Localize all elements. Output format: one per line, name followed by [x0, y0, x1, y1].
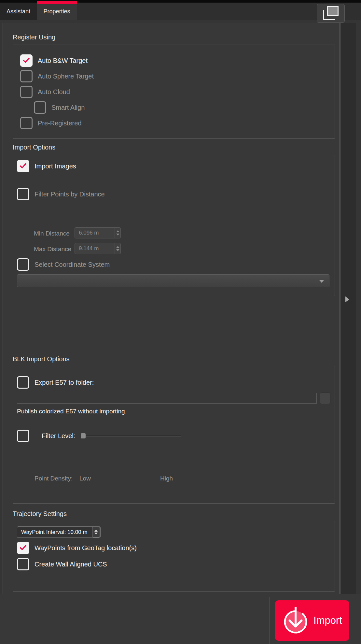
checkbox-row-filter-points[interactable]: Filter Points by Distance — [17, 187, 105, 201]
pre-registered-checkbox[interactable] — [20, 117, 33, 129]
spin-down-icon[interactable] — [116, 234, 119, 236]
checkbox-row-smart-align[interactable]: Smart Align — [34, 100, 85, 115]
filter-level-label: Filter Level: — [42, 432, 75, 440]
checkbox-label: Smart Align — [51, 104, 85, 111]
footer-bar: Import — [0, 594, 361, 644]
waypoints-geotag-checkbox[interactable] — [17, 542, 29, 554]
min-distance-value: 6.096 m — [75, 230, 115, 236]
point-density-high-label: High — [160, 475, 173, 482]
auto-bw-target-checkbox[interactable] — [20, 54, 33, 67]
checkbox-label: Import Images — [35, 163, 76, 170]
min-distance-field[interactable]: 6.096 m — [75, 227, 121, 238]
wall-aligned-ucs-checkbox[interactable] — [17, 558, 29, 570]
slider-handle[interactable] — [80, 433, 86, 439]
point-density-low-label: Low — [79, 475, 91, 482]
footer-divider — [269, 597, 270, 644]
blk-import-options-groupbox: Export E57 to folder: ... Publish colori… — [13, 366, 335, 504]
auto-cloud-checkbox[interactable] — [20, 86, 33, 98]
filter-level-checkbox[interactable] — [17, 430, 29, 442]
checkbox-row-wall-aligned-ucs[interactable]: Create Wall Aligned UCS — [17, 557, 107, 571]
checkbox-row-auto-sphere-target[interactable]: Auto Sphere Target — [20, 69, 94, 83]
checkbox-row-filter-level[interactable]: Filter Level: — [17, 429, 75, 443]
checkbox-label: Filter Points by Distance — [35, 191, 105, 198]
spin-down-icon[interactable] — [116, 249, 119, 251]
waypoint-interval-field[interactable]: WayPoint Interval: 10.00 m — [17, 526, 101, 538]
max-distance-stepper[interactable] — [115, 243, 120, 254]
coordinate-system-dropdown[interactable] — [17, 274, 329, 287]
check-icon — [20, 543, 27, 550]
max-distance-field[interactable]: 9.144 m — [75, 243, 121, 254]
checkbox-label: Select Coordinate System — [35, 261, 110, 268]
checkbox-row-auto-bw-target[interactable]: Auto B&W Target — [20, 53, 88, 68]
spin-up-icon[interactable] — [94, 530, 98, 532]
restore-window-icon — [322, 6, 339, 21]
checkbox-label: Auto Cloud — [38, 88, 70, 96]
checkbox-row-import-images[interactable]: Import Images — [17, 159, 76, 173]
select-coordinate-system-checkbox[interactable] — [17, 258, 29, 271]
checkbox-row-select-coordinate-system[interactable]: Select Coordinate System — [17, 257, 110, 272]
ellipsis-icon: ... — [323, 396, 328, 401]
section-title-register-using: Register Using — [13, 34, 55, 41]
panel-splitter-gutter[interactable] — [340, 23, 356, 594]
min-distance-stepper[interactable] — [115, 228, 120, 238]
import-images-checkbox[interactable] — [17, 160, 29, 172]
filter-points-checkbox[interactable] — [17, 188, 29, 200]
tab-assistant[interactable]: Assistant — [0, 3, 37, 20]
check-icon — [23, 56, 30, 63]
download-circle-icon — [282, 606, 309, 635]
tab-properties[interactable]: Properties — [37, 3, 77, 20]
collapse-panel-arrow-icon[interactable] — [345, 296, 349, 302]
register-using-groupbox: Auto B&W Target Auto Sphere Target Auto … — [13, 45, 335, 139]
export-e57-checkbox[interactable] — [17, 376, 29, 389]
checkbox-label: WayPoints from GeoTag location(s) — [35, 544, 137, 552]
e57-folder-input[interactable] — [17, 393, 316, 404]
checkbox-label: Export E57 to folder: — [35, 379, 94, 386]
checkbox-row-waypoints-geotag[interactable]: WayPoints from GeoTag location(s) — [17, 541, 137, 555]
publish-e57-note: Publish colorized E57 without importing. — [17, 408, 127, 415]
tab-properties-label: Properties — [43, 8, 70, 15]
import-button-label: Import — [313, 615, 342, 626]
smart-align-checkbox[interactable] — [34, 101, 46, 114]
section-title-trajectory-settings: Trajectory Settings — [13, 510, 67, 518]
min-distance-label: Min Distance — [34, 230, 70, 237]
max-distance-label: Max Distance — [34, 246, 71, 253]
filter-level-slider[interactable] — [80, 433, 181, 439]
check-icon — [20, 161, 27, 168]
point-density-label: Point Density: — [35, 475, 73, 482]
checkbox-row-pre-registered[interactable]: Pre-Registered — [20, 116, 82, 130]
waypoint-interval-stepper[interactable] — [92, 527, 100, 537]
spin-down-icon[interactable] — [94, 533, 98, 535]
import-button[interactable]: Import — [275, 600, 349, 641]
section-title-import-options: Import Options — [13, 144, 55, 151]
checkbox-label: Pre-Registered — [38, 120, 82, 127]
tab-assistant-label: Assistant — [7, 8, 30, 15]
checkbox-label: Create Wall Aligned UCS — [35, 561, 107, 568]
slider-track[interactable] — [80, 436, 181, 436]
checkbox-label: Auto B&W Target — [38, 57, 88, 64]
spin-up-icon[interactable] — [116, 230, 119, 232]
checkbox-row-export-e57[interactable]: Export E57 to folder: — [17, 375, 94, 390]
waypoint-interval-value: WayPoint Interval: 10.00 m — [17, 529, 92, 536]
tab-bar: Assistant Properties — [0, 3, 361, 20]
spin-up-icon[interactable] — [116, 246, 119, 248]
browse-folder-button[interactable]: ... — [320, 393, 330, 404]
properties-panel: Register Using Auto B&W Target Auto Sphe… — [3, 23, 340, 594]
checkbox-row-auto-cloud[interactable]: Auto Cloud — [20, 85, 70, 99]
max-distance-value: 9.144 m — [75, 245, 115, 252]
auto-sphere-target-checkbox[interactable] — [20, 70, 33, 82]
trajectory-settings-groupbox: WayPoint Interval: 10.00 m WayPoints fro… — [13, 521, 335, 592]
undock-panel-button[interactable] — [317, 4, 345, 23]
chevron-down-icon — [319, 280, 324, 283]
section-title-blk-import-options: BLK Import Options — [13, 355, 70, 363]
slider-tick — [83, 430, 83, 432]
import-options-groupbox: Import Images Filter Points by Distance … — [13, 155, 335, 296]
checkbox-label: Auto Sphere Target — [38, 73, 94, 80]
